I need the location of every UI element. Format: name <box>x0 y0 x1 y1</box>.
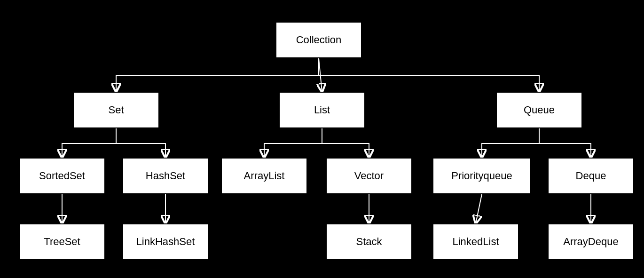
node-arraylist: ArrayList <box>221 158 307 194</box>
node-collection: Collection <box>275 22 362 58</box>
node-treeset: TreeSet <box>19 223 105 260</box>
node-priorityqueue: Priorityqueue <box>432 158 531 194</box>
node-set: Set <box>73 92 159 128</box>
svg-line-4 <box>476 194 482 223</box>
node-linkedlist: LinkedList <box>432 223 519 260</box>
node-deque: Deque <box>548 158 634 194</box>
node-arraydeque: ArrayDeque <box>548 223 634 260</box>
node-hashset: HashSet <box>122 158 209 194</box>
node-stack: Stack <box>326 223 412 260</box>
node-queue: Queue <box>496 92 582 128</box>
node-sortedset: SortedSet <box>19 158 105 194</box>
node-linkhashset: LinkHashSet <box>122 223 209 260</box>
svg-line-0 <box>319 58 322 92</box>
node-list: List <box>279 92 365 128</box>
node-vector: Vector <box>326 158 412 194</box>
diagram: Collection Set List Queue SortedSet Hash… <box>0 0 644 278</box>
